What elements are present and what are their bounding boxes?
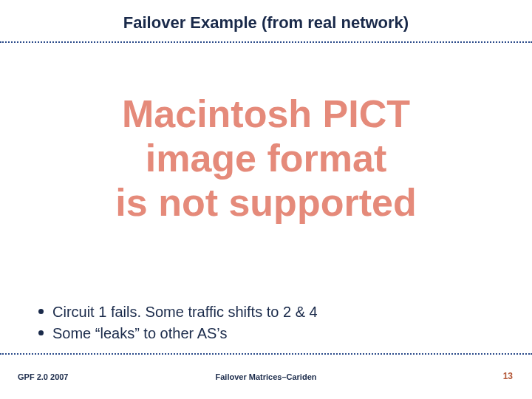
page-number: 13 (503, 371, 513, 381)
error-line-2: image format (0, 137, 532, 181)
bullet-text: Some “leaks” to other AS’s (52, 323, 227, 344)
slide: Failover Example (from real network) Mac… (0, 0, 532, 399)
bullet-text: Circuit 1 fails. Some traffic shifts to … (52, 301, 318, 323)
error-line-1: Macintosh PICT (0, 92, 532, 137)
footer-center: Failover Matrices–Cariden (0, 372, 532, 381)
divider-bottom (0, 353, 532, 355)
bullet-icon (38, 330, 44, 335)
bullet-icon (38, 309, 44, 314)
divider-top (0, 41, 532, 43)
pict-error-message: Macintosh PICT image format is not suppo… (0, 92, 532, 225)
bullet-list: Circuit 1 fails. Some traffic shifts to … (38, 301, 497, 344)
list-item: Some “leaks” to other AS’s (38, 323, 497, 344)
list-item: Circuit 1 fails. Some traffic shifts to … (38, 301, 497, 323)
error-line-3: is not supported (0, 181, 532, 225)
slide-title: Failover Example (from real network) (0, 13, 532, 33)
